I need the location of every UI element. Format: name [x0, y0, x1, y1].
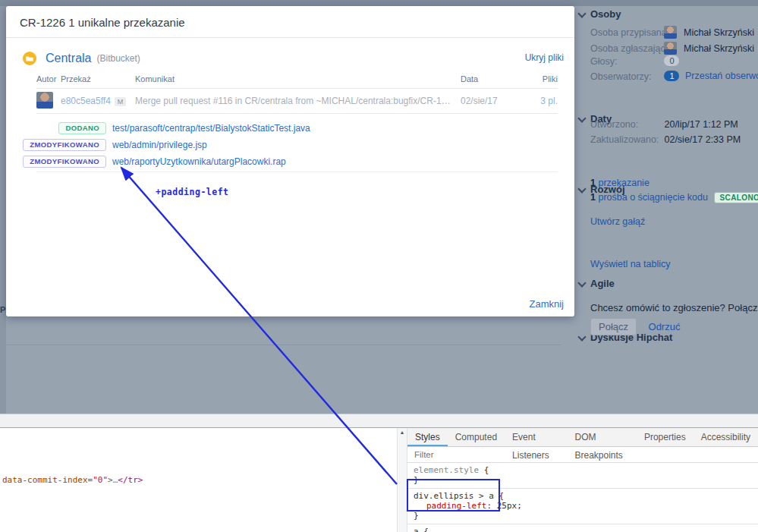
view-on-board-row: Wyświetl na tablicy: [578, 259, 670, 269]
attr-name-token: data-commit-index: [2, 475, 88, 485]
table-header-row: Autor Przekaż Komunikat Data Pliki: [36, 74, 558, 89]
watchers-label: Obserwatorzy:: [578, 71, 662, 82]
commit-author-avatar: [36, 92, 53, 109]
file-list-divider: [36, 172, 558, 172]
watchers-badge: 1: [664, 71, 679, 81]
file-row: ZMODYFIKOWANO web/raportyUzytkownika/uta…: [36, 154, 558, 168]
tab-styles[interactable]: Styles: [407, 428, 448, 446]
create-branch-row: Utwórz gałąź: [578, 216, 645, 227]
repository-folder-icon: [23, 52, 36, 65]
dismiss-link[interactable]: Odrzuć: [649, 321, 681, 332]
file-status-badge: ZMODYFIKOWANO: [23, 156, 106, 168]
commit-row: e80c5ea5ff4M Merge pull request #116 in …: [36, 89, 558, 114]
file-row: ZMODYFIKOWANO web/admin/privilege.jsp: [36, 137, 558, 152]
reporter-name[interactable]: Michał Skrzyński: [684, 43, 754, 54]
view-on-board-link[interactable]: Wyświetl na tablicy: [590, 259, 670, 269]
hipchat-prompt: Chcesz omówić to zgłoszenie? Połącz się …: [578, 302, 758, 313]
css-rule-anchor[interactable]: a { cursor: pointer;: [407, 524, 758, 532]
tab-computed[interactable]: Computed: [448, 428, 505, 446]
background-divider: [6, 345, 561, 345]
header-date: Data: [461, 74, 521, 83]
hipchat-actions: Połącz Odrzuć: [578, 318, 680, 335]
devtools-tab-bar: Styles Computed Event Listeners DOM Brea…: [407, 428, 758, 447]
file-path-link[interactable]: web/raportyUzytkownika/utargPlacowki.rap: [112, 156, 286, 167]
merged-status-badge: SCALONO: [714, 192, 758, 203]
commits-link[interactable]: przekazanie: [598, 178, 649, 188]
pull-request-row: 1 prośba o ściągnięcie kodu SCALONO: [578, 192, 758, 203]
votes-row: Głosy: 0: [578, 55, 679, 67]
stop-watching-link[interactable]: Przestań obserwować: [685, 71, 758, 81]
repository-row: Centrala (Bitbucket) Ukryj pliki: [23, 50, 564, 67]
devtools-elements-pane[interactable]: data-commit-index="0">…</tr>: [0, 428, 397, 532]
commits-count: 1: [590, 178, 596, 188]
reporter-row: Osoba zgłaszająca: Michał Skrzyński: [578, 42, 754, 55]
css-rule-div-ellipsis[interactable]: div.ellipsis > a { padding-left: 25px; }: [407, 489, 758, 524]
repository-source: (Bitbucket): [96, 53, 140, 64]
repository-link[interactable]: Centrala: [46, 52, 91, 65]
styles-filter-input[interactable]: [407, 450, 559, 459]
tab-accessibility[interactable]: Accessibility: [694, 428, 758, 446]
updated-row: Zaktualizowano: 02/sie/17 2:33 PM: [578, 134, 741, 145]
section-agile[interactable]: Agile: [578, 278, 758, 289]
created-value: 20/lip/17 1:12 PM: [664, 119, 738, 130]
commits-dialog: CR-1226 1 unikalne przekazanie Centrala …: [6, 6, 574, 316]
commit-files-count-link[interactable]: 3 pl.: [540, 96, 558, 106]
pull-request-link[interactable]: prośba o ściągnięcie kodu: [598, 192, 708, 203]
header-commit: Przekaż: [61, 74, 135, 83]
css-property-name[interactable]: padding-left: [426, 501, 486, 511]
commits-table: Autor Przekaż Komunikat Data Pliki e80c5…: [36, 74, 558, 114]
reporter-label: Osoba zgłaszająca:: [578, 43, 662, 54]
commit-date: 02/sie/17: [461, 96, 521, 106]
created-label: Utworzono:: [578, 119, 662, 130]
create-branch-link[interactable]: Utwórz gałąź: [590, 216, 645, 227]
tab-properties[interactable]: Properties: [637, 428, 694, 446]
assignee-row: Osoba przypisana: Michał Skrzyński: [578, 26, 754, 39]
commit-hash-link[interactable]: e80c5ea5ff4: [61, 96, 111, 106]
devtools-panel: data-commit-index="0">…</tr> ▲ Styles Co…: [0, 427, 758, 532]
issue-sidebar: Osoby Osoba przypisana: Michał Skrzyński…: [578, 0, 758, 414]
file-path-link[interactable]: test/parasoft/centrap/test/BialystokStat…: [112, 123, 310, 134]
header-files: Pliki: [521, 74, 558, 83]
merge-commit-badge: M: [115, 97, 127, 106]
watchers-row: Obserwatorzy: 1 Przestań obserwować: [578, 71, 758, 82]
connect-button[interactable]: Połącz: [590, 318, 637, 335]
css-rule-element-style[interactable]: element.style { }: [407, 463, 758, 489]
updated-label: Zaktualizowano:: [578, 134, 662, 145]
commits-link-row: 1 przekazanie: [578, 178, 649, 188]
header-author: Autor: [36, 74, 61, 83]
updated-value: 02/sie/17 2:33 PM: [664, 134, 741, 145]
changed-files-list: DODANO test/parasoft/centrap/test/Bialys…: [36, 121, 558, 168]
votes-label: Głosy:: [578, 56, 662, 67]
assignee-label: Osoba przypisana:: [578, 27, 662, 38]
votes-badge: 0: [664, 55, 679, 66]
chevron-down-icon: [579, 280, 584, 285]
close-dialog-link[interactable]: Zamknij: [529, 298, 564, 310]
page-bottom-band: [0, 414, 758, 427]
annotation-note: +padding-left: [156, 187, 229, 197]
tab-event-listeners[interactable]: Event Listeners: [505, 428, 567, 446]
elements-scrollbar[interactable]: ▲: [397, 428, 407, 532]
file-status-badge: DODANO: [58, 122, 106, 134]
file-path-link[interactable]: web/admin/privilege.jsp: [112, 140, 207, 150]
screenshot-root: PM Osoby Osoba przypisana: Michał Skrzyń…: [0, 0, 758, 532]
pr-count: 1: [590, 192, 596, 203]
attr-value-token: "0": [93, 475, 108, 485]
assignee-name[interactable]: Michał Skrzyński: [684, 27, 754, 38]
hide-files-link[interactable]: Ukryj pliki: [525, 52, 564, 63]
dialog-header: CR-1226 1 unikalne przekazanie: [6, 6, 574, 38]
assignee-avatar: [664, 26, 677, 39]
tab-dom-breakpoints[interactable]: DOM Breakpoints: [567, 428, 636, 446]
section-people[interactable]: Osoby: [578, 8, 758, 20]
page-left-edge: [0, 6, 6, 414]
created-row: Utworzono: 20/lip/17 1:12 PM: [578, 118, 738, 130]
commit-message: Merge pull request #116 in CR/centrala f…: [135, 96, 461, 106]
css-property-value[interactable]: : 25px;: [486, 501, 521, 511]
devtools-styles-pane: Styles Computed Event Listeners DOM Brea…: [407, 428, 758, 532]
file-row: DODANO test/parasoft/centrap/test/Bialys…: [36, 121, 558, 135]
header-message: Komunikat: [135, 74, 461, 83]
dialog-title: CR-1226 1 unikalne przekazanie: [20, 16, 559, 29]
html-code-line[interactable]: data-commit-index="0">…</tr>: [2, 475, 143, 485]
file-status-badge: ZMODYFIKOWANO: [23, 139, 106, 151]
scroll-up-icon[interactable]: ▲: [398, 428, 407, 437]
close-tag-token: </tr>: [118, 475, 143, 485]
